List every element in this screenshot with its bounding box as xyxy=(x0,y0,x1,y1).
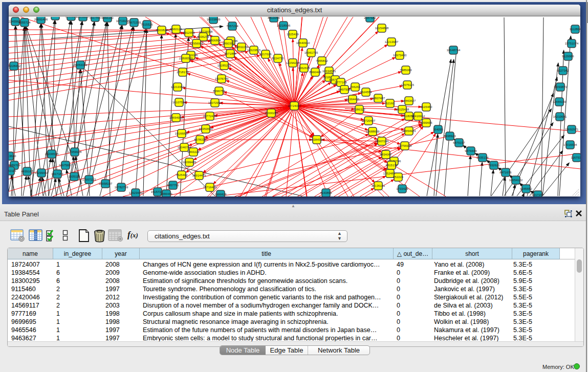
svg-text:10654122: 10654122 xyxy=(509,179,523,182)
svg-text:252224: 252224 xyxy=(393,176,404,179)
svg-text:1815172: 1815172 xyxy=(385,164,398,167)
svg-text:6497505: 6497505 xyxy=(338,88,351,91)
svg-text:7671884: 7671884 xyxy=(224,52,236,55)
svg-text:62160: 62160 xyxy=(386,102,395,105)
svg-text:2066449: 2066449 xyxy=(160,192,172,195)
svg-text:16914479: 16914479 xyxy=(192,174,206,177)
svg-text:12923449: 12923449 xyxy=(129,191,143,194)
svg-text:12213987: 12213987 xyxy=(385,40,399,43)
svg-text:1890399: 1890399 xyxy=(222,42,234,45)
svg-text:9474444: 9474444 xyxy=(465,149,477,152)
svg-text:746266: 746266 xyxy=(350,85,361,89)
svg-text:15716485: 15716485 xyxy=(203,186,217,189)
svg-text:9457791: 9457791 xyxy=(167,184,179,187)
svg-text:5578332: 5578332 xyxy=(194,138,206,141)
svg-text:16961755: 16961755 xyxy=(304,51,318,54)
svg-text:10973493: 10973493 xyxy=(393,54,407,57)
svg-text:4143890: 4143890 xyxy=(320,191,332,194)
svg-text:20691406: 20691406 xyxy=(34,18,48,21)
svg-text:12975115: 12975115 xyxy=(401,83,415,86)
svg-text:16099489: 16099489 xyxy=(183,161,197,164)
svg-text:16033809: 16033809 xyxy=(207,18,221,21)
svg-text:9217207: 9217207 xyxy=(532,193,544,196)
svg-text:1325419: 1325419 xyxy=(287,33,299,36)
svg-text:15300287: 15300287 xyxy=(265,112,278,115)
svg-text:1733426: 1733426 xyxy=(396,187,408,190)
svg-text:6466160: 6466160 xyxy=(101,17,114,19)
svg-text:10975887: 10975887 xyxy=(59,164,73,167)
svg-text:7485063: 7485063 xyxy=(400,69,412,72)
svg-text:21364436: 21364436 xyxy=(346,98,360,101)
svg-text:4735650: 4735650 xyxy=(49,17,61,17)
svg-text:19384554: 19384554 xyxy=(310,138,324,141)
svg-text:8660123: 8660123 xyxy=(170,28,182,31)
svg-text:15076749: 15076749 xyxy=(215,77,229,80)
svg-text:10688609: 10688609 xyxy=(366,130,380,133)
svg-text:8336273: 8336273 xyxy=(197,35,209,38)
svg-text:12093872: 12093872 xyxy=(554,85,568,89)
svg-text:17957223: 17957223 xyxy=(82,178,96,181)
svg-text:8938923: 8938923 xyxy=(444,135,456,138)
svg-text:7357234: 7357234 xyxy=(226,25,238,28)
svg-text:15751074: 15751074 xyxy=(565,42,579,45)
svg-text:20813640: 20813640 xyxy=(9,155,16,158)
svg-text:12416912: 12416912 xyxy=(411,115,425,118)
svg-text:4055724: 4055724 xyxy=(18,21,31,24)
svg-text:15720407: 15720407 xyxy=(362,119,376,122)
svg-text:1112804: 1112804 xyxy=(570,28,580,31)
svg-text:10154808: 10154808 xyxy=(375,27,389,30)
svg-text:7663822: 7663822 xyxy=(156,29,168,32)
svg-text:19166827: 19166827 xyxy=(175,132,189,135)
svg-text:8990443: 8990443 xyxy=(309,71,321,74)
svg-text:6217026: 6217026 xyxy=(259,53,272,56)
svg-text:2935134: 2935134 xyxy=(476,156,489,159)
svg-text:10653287: 10653287 xyxy=(76,17,90,18)
svg-text:16107554: 16107554 xyxy=(172,101,186,104)
svg-text:17016504: 17016504 xyxy=(563,143,577,146)
svg-text:9129966: 9129966 xyxy=(562,55,574,58)
svg-text:3624554: 3624554 xyxy=(360,91,372,94)
svg-text:17359928: 17359928 xyxy=(68,150,82,154)
svg-text:3917183: 3917183 xyxy=(51,172,63,176)
svg-text:1362615: 1362615 xyxy=(298,67,310,70)
svg-text:10025438: 10025438 xyxy=(396,108,409,111)
svg-text:5493222: 5493222 xyxy=(187,150,200,154)
svg-text:7632621: 7632621 xyxy=(488,164,500,167)
svg-text:19654952: 19654952 xyxy=(169,116,183,119)
svg-text:18724007: 18724007 xyxy=(288,104,301,107)
svg-text:16072954: 16072954 xyxy=(208,101,222,104)
svg-text:9099695: 9099695 xyxy=(420,121,432,124)
svg-text:19218906: 19218906 xyxy=(277,24,291,27)
svg-text:19285201: 19285201 xyxy=(217,64,231,67)
svg-text:8813054: 8813054 xyxy=(268,17,280,19)
svg-text:7955812: 7955812 xyxy=(316,59,328,62)
svg-text:6479197: 6479197 xyxy=(453,141,465,144)
svg-text:1167535: 1167535 xyxy=(571,156,580,159)
svg-text:19756928: 19756928 xyxy=(398,144,412,147)
svg-text:8912954: 8912954 xyxy=(183,31,195,34)
svg-text:164095: 164095 xyxy=(433,128,444,131)
svg-text:16648764: 16648764 xyxy=(447,49,461,52)
svg-text:9834067: 9834067 xyxy=(380,153,392,156)
svg-text:12444159: 12444159 xyxy=(553,100,567,103)
svg-text:12294238: 12294238 xyxy=(286,61,300,64)
svg-text:16782759: 16782759 xyxy=(115,186,128,189)
svg-text:2718179: 2718179 xyxy=(177,71,189,74)
svg-text:22806503: 22806503 xyxy=(179,57,193,60)
svg-text:16671355: 16671355 xyxy=(127,21,141,24)
svg-text:9777169: 9777169 xyxy=(335,81,347,84)
svg-text:18907249: 18907249 xyxy=(375,140,389,143)
svg-text:17956909: 17956909 xyxy=(190,42,204,45)
svg-text:1527602: 1527602 xyxy=(89,17,101,19)
svg-text:18640910: 18640910 xyxy=(296,41,310,45)
svg-text:13353594: 13353594 xyxy=(199,127,213,130)
svg-text:7386322: 7386322 xyxy=(353,108,365,111)
svg-text:8471676: 8471676 xyxy=(499,171,512,174)
svg-text:9245652: 9245652 xyxy=(520,187,532,190)
svg-text:13654923: 13654923 xyxy=(402,129,416,133)
svg-text:8224730: 8224730 xyxy=(272,57,284,60)
svg-text:14136141: 14136141 xyxy=(372,184,385,187)
svg-text:9115460: 9115460 xyxy=(421,105,433,108)
svg-text:12213363: 12213363 xyxy=(171,85,185,89)
svg-text:8806804: 8806804 xyxy=(209,39,221,42)
